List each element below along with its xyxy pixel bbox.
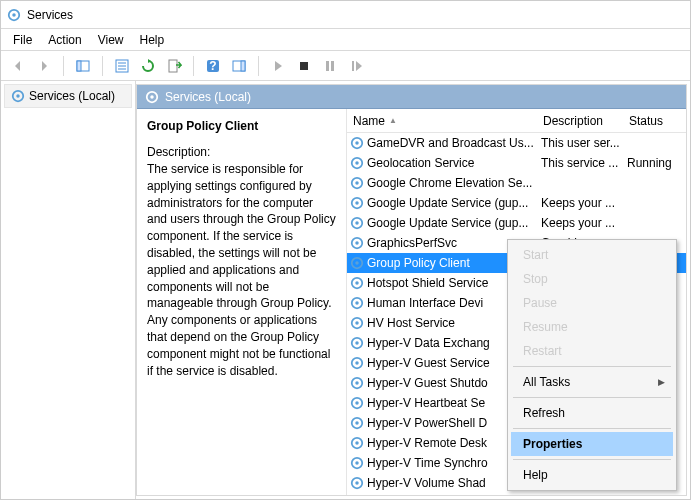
row-status: Running bbox=[623, 156, 686, 170]
window-title: Services bbox=[27, 8, 73, 22]
svg-rect-12 bbox=[241, 61, 245, 71]
gear-icon bbox=[350, 176, 364, 190]
service-row[interactable]: Google Update Service (gup...Keeps your … bbox=[347, 193, 686, 213]
help-button[interactable]: ? bbox=[202, 55, 224, 77]
menu-file[interactable]: File bbox=[13, 33, 32, 47]
tree-node-services-local[interactable]: Services (Local) bbox=[4, 84, 132, 108]
menu-view[interactable]: View bbox=[98, 33, 124, 47]
gear-icon bbox=[350, 156, 364, 170]
gear-icon bbox=[350, 196, 364, 210]
svg-point-1 bbox=[12, 13, 16, 17]
chevron-right-icon: ▶ bbox=[658, 377, 665, 387]
gear-icon bbox=[350, 136, 364, 150]
sort-asc-icon: ▲ bbox=[389, 116, 397, 125]
service-row[interactable]: GameDVR and Broadcast Us...This user ser… bbox=[347, 133, 686, 153]
tree-node-label: Services (Local) bbox=[29, 89, 115, 103]
start-service-button[interactable] bbox=[267, 55, 289, 77]
pane-title: Services (Local) bbox=[165, 90, 251, 104]
service-row[interactable]: Google Update Service (gup...Keeps your … bbox=[347, 213, 686, 233]
service-list: Name▲ Description Status GameDVR and Bro… bbox=[347, 109, 686, 495]
row-name: Google Update Service (gup... bbox=[365, 196, 537, 210]
refresh-button[interactable] bbox=[137, 55, 159, 77]
row-desc: Keeps your ... bbox=[537, 216, 623, 230]
menu-help[interactable]: Help bbox=[140, 33, 165, 47]
detail-desc-label: Description: bbox=[147, 145, 336, 159]
svg-point-38 bbox=[355, 301, 359, 305]
ctx-separator bbox=[513, 459, 671, 460]
ctx-help[interactable]: Help bbox=[511, 463, 673, 487]
gear-icon bbox=[350, 296, 364, 310]
gear-icon bbox=[350, 316, 364, 330]
svg-rect-8 bbox=[169, 60, 177, 72]
ctx-separator bbox=[513, 366, 671, 367]
gear-icon bbox=[350, 476, 364, 490]
gear-icon bbox=[350, 436, 364, 450]
export-button[interactable] bbox=[163, 55, 185, 77]
svg-point-48 bbox=[355, 401, 359, 405]
toolbar-separator bbox=[63, 56, 64, 76]
back-button[interactable] bbox=[7, 55, 29, 77]
forward-button[interactable] bbox=[33, 55, 55, 77]
svg-text:?: ? bbox=[209, 59, 216, 73]
svg-point-28 bbox=[355, 201, 359, 205]
ctx-resume[interactable]: Resume bbox=[511, 315, 673, 339]
gear-icon bbox=[145, 90, 159, 104]
svg-rect-14 bbox=[326, 61, 329, 71]
svg-point-36 bbox=[355, 281, 359, 285]
ctx-pause[interactable]: Pause bbox=[511, 291, 673, 315]
svg-rect-13 bbox=[300, 62, 308, 70]
row-name: Google Chrome Elevation Se... bbox=[365, 176, 537, 190]
svg-point-26 bbox=[355, 181, 359, 185]
title-bar: Services bbox=[1, 1, 690, 29]
svg-point-52 bbox=[355, 441, 359, 445]
list-header: Name▲ Description Status bbox=[347, 109, 686, 133]
service-row[interactable]: Geolocation ServiceThis service ...Runni… bbox=[347, 153, 686, 173]
ctx-all-tasks[interactable]: All Tasks▶ bbox=[511, 370, 673, 394]
ctx-stop[interactable]: Stop bbox=[511, 267, 673, 291]
action-pane-button[interactable] bbox=[228, 55, 250, 77]
svg-rect-3 bbox=[77, 61, 81, 71]
menu-bar: File Action View Help bbox=[1, 29, 690, 51]
svg-point-18 bbox=[16, 94, 20, 98]
restart-service-button[interactable] bbox=[345, 55, 367, 77]
pane-header: Services (Local) bbox=[137, 85, 686, 109]
row-desc: This service ... bbox=[537, 156, 623, 170]
toolbar-separator bbox=[193, 56, 194, 76]
gear-icon bbox=[11, 89, 25, 103]
svg-point-44 bbox=[355, 361, 359, 365]
svg-point-56 bbox=[355, 481, 359, 485]
properties-button[interactable] bbox=[111, 55, 133, 77]
toolbar-separator bbox=[102, 56, 103, 76]
col-status[interactable]: Status bbox=[623, 114, 686, 128]
svg-point-32 bbox=[355, 241, 359, 245]
gear-icon bbox=[350, 216, 364, 230]
col-name[interactable]: Name▲ bbox=[347, 114, 537, 128]
svg-rect-15 bbox=[331, 61, 334, 71]
service-row[interactable]: Google Chrome Elevation Se... bbox=[347, 173, 686, 193]
show-hide-tree-button[interactable] bbox=[72, 55, 94, 77]
ctx-properties[interactable]: Properties bbox=[511, 432, 673, 456]
gear-icon bbox=[350, 276, 364, 290]
ctx-start[interactable]: Start bbox=[511, 243, 673, 267]
services-icon bbox=[7, 8, 21, 22]
svg-point-42 bbox=[355, 341, 359, 345]
svg-point-20 bbox=[150, 95, 154, 99]
gear-icon bbox=[350, 416, 364, 430]
row-name: Google Update Service (gup... bbox=[365, 216, 537, 230]
right-pane: Services (Local) Group Policy Client Des… bbox=[136, 84, 687, 496]
svg-point-22 bbox=[355, 141, 359, 145]
menu-action[interactable]: Action bbox=[48, 33, 81, 47]
context-menu: Start Stop Pause Resume Restart All Task… bbox=[507, 239, 677, 491]
gear-icon bbox=[350, 376, 364, 390]
ctx-restart[interactable]: Restart bbox=[511, 339, 673, 363]
pause-service-button[interactable] bbox=[319, 55, 341, 77]
ctx-separator bbox=[513, 397, 671, 398]
ctx-refresh[interactable]: Refresh bbox=[511, 401, 673, 425]
stop-service-button[interactable] bbox=[293, 55, 315, 77]
svg-point-50 bbox=[355, 421, 359, 425]
gear-icon bbox=[350, 396, 364, 410]
svg-point-54 bbox=[355, 461, 359, 465]
svg-rect-16 bbox=[352, 61, 354, 71]
gear-icon bbox=[350, 456, 364, 470]
col-description[interactable]: Description bbox=[537, 114, 623, 128]
